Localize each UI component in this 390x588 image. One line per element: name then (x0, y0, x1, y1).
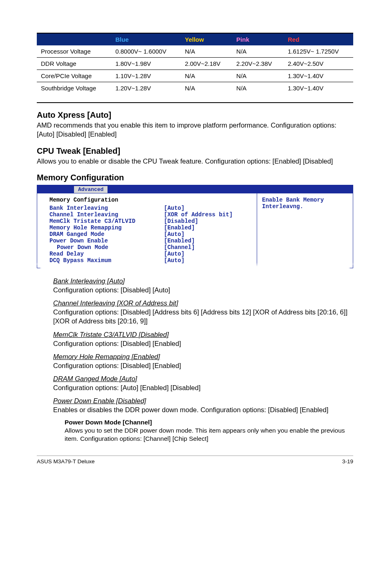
item-memclk-desc: Configuration options: [Disabled] [Enabl… (53, 339, 353, 348)
table-row: Processor Voltage 0.8000V~ 1.6000V N/A N… (37, 45, 353, 58)
th-yellow: Yellow (181, 34, 232, 45)
bios-panel-title: Memory Configuration (49, 197, 251, 203)
bios-row-val: [Enabled] (164, 224, 195, 231)
bios-row-key: MemClk Tristate C3/ATLVID (49, 218, 164, 224)
bios-row-val: [XOR of Address bit] (164, 211, 233, 218)
item-pde-title: Power Down Enable [Disabled] (53, 397, 353, 405)
cell: N/A (232, 70, 284, 82)
table-row: Core/PCIe Voltage 1.10V~1.28V N/A N/A 1.… (37, 70, 353, 82)
auto-xpress-desc: AMD recommends that you enable this item… (37, 121, 353, 139)
cell: 1.20V~1.28V (111, 82, 181, 94)
cell: 1.10V~1.28V (111, 70, 181, 82)
cell: N/A (232, 45, 284, 58)
bios-row: Read Delay[Auto] (49, 251, 251, 257)
table-row: Southbridge Voltage 1.20V~1.28V N/A N/A … (37, 82, 353, 94)
th-red: Red (284, 34, 353, 45)
footer-left: ASUS M3A79-T Deluxe (37, 458, 95, 465)
bios-row-val: [Channel] (164, 244, 195, 251)
item-hole-desc: Configuration options: [Disabled] [Enabl… (53, 361, 353, 370)
item-bank-desc: Configuration options: [Disabled] [Auto] (53, 285, 353, 294)
bios-row: Channel Interleaving[XOR of Address bit] (49, 211, 251, 218)
page-footer: ASUS M3A79-T Deluxe 3-19 (37, 456, 353, 465)
bios-row: Bank Interleaving[Auto] (49, 205, 251, 211)
bios-row: Power Down Mode[Channel] (49, 244, 251, 251)
item-bank-title: Bank Interleaving [Auto] (53, 277, 353, 285)
auto-xpress-heading: Auto Xpress [Auto] (37, 110, 353, 120)
cell: 1.80V~1.98V (111, 58, 181, 70)
footer-right: 3-19 (342, 458, 353, 465)
bios-row: DRAM Ganged Mode[Auto] (49, 231, 251, 238)
cell: DDR Voltage (37, 58, 111, 70)
item-ganged-desc: Configuration options: [Auto] [Enabled] … (53, 383, 353, 392)
bios-row: Power Down Enable[Enabled] (49, 238, 251, 244)
th-pink: Pink (232, 34, 284, 45)
bios-row: MemClk Tristate C3/ATLVID[Disabled] (49, 218, 251, 224)
cell: N/A (181, 70, 232, 82)
item-hole-title: Memory Hole Remapping [Enabled] (53, 353, 353, 361)
bios-row-val: [Enabled] (164, 238, 195, 244)
cell: Southbridge Voltage (37, 82, 111, 94)
bios-row-val: [Disabled] (164, 218, 198, 224)
cell: N/A (232, 82, 284, 94)
bios-row-key: DRAM Ganged Mode (49, 231, 164, 238)
item-chan-title: Channel Interleaving [XOR of Address bit… (53, 299, 353, 307)
table-row: DDR Voltage 1.80V~1.98V 2.00V~2.18V 2.20… (37, 58, 353, 70)
cell: 0.8000V~ 1.6000V (111, 45, 181, 58)
cell: Core/PCIe Voltage (37, 70, 111, 82)
cpu-tweak-heading: CPU Tweak [Enabled] (37, 146, 353, 156)
bios-row-key: Memory Hole Remapping (49, 224, 164, 231)
cell: 1.30V~1.40V (284, 70, 353, 82)
bios-screenshot: Advanced Memory Configuration Bank Inter… (37, 185, 353, 268)
item-pde-desc: Enables or disables the DDR power down m… (53, 405, 353, 414)
bios-row-key: Bank Interleaving (49, 205, 164, 211)
cell: 1.30V~1.40V (284, 82, 353, 94)
cpu-tweak-desc: Allows you to enable or disable the CPU … (37, 157, 353, 166)
bios-row: Memory Hole Remapping[Enabled] (49, 224, 251, 231)
th-blank (37, 34, 111, 45)
item-memclk-title: MemClk Tristate C3/ATLVID [Disabled] (53, 331, 353, 339)
item-pdm-title: Power Down Mode [Channel] (65, 419, 353, 426)
cell: 2.40V~2.50V (284, 58, 353, 70)
voltage-table: Blue Yellow Pink Red Processor Voltage 0… (37, 33, 353, 103)
bios-tab: Advanced (74, 186, 108, 193)
item-chan-desc: Configuration options: [Disabled] [Addre… (53, 307, 353, 326)
cell: 1.6125V~ 1.7250V (284, 45, 353, 58)
bios-row-val: [Auto] (164, 205, 184, 211)
bios-help-text: Enable Bank Memory Interleavng. (257, 193, 353, 268)
cell: Processor Voltage (37, 45, 111, 58)
bios-row-key: Power Down Enable (49, 238, 164, 244)
cell: N/A (181, 45, 232, 58)
cell: 2.00V~2.18V (181, 58, 232, 70)
memory-config-heading: Memory Configuration (37, 173, 353, 182)
th-blue: Blue (111, 34, 181, 45)
item-ganged-title: DRAM Ganged Mode [Auto] (53, 375, 353, 383)
item-pdm-desc: Allows you to set the DDR power down mod… (65, 426, 353, 443)
bios-row-key: Power Down Mode (49, 244, 164, 251)
cell: 2.20V~2.38V (232, 58, 284, 70)
bios-row-key: Read Delay (49, 251, 164, 257)
bios-row-val: [Auto] (164, 231, 184, 238)
cell: N/A (181, 82, 232, 94)
bios-row-key: Channel Interleaving (49, 211, 164, 218)
bios-row-val: [Auto] (164, 251, 184, 257)
